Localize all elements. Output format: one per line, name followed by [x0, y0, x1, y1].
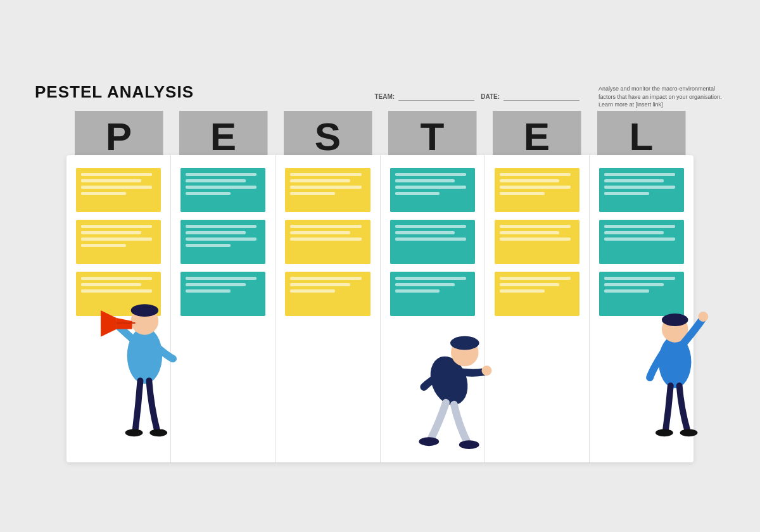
banner-letter-s: S [315, 117, 341, 156]
column-environmental [485, 155, 590, 462]
line [186, 179, 246, 182]
line [395, 173, 466, 176]
line [604, 173, 675, 176]
line [500, 173, 571, 176]
line [604, 238, 675, 241]
line [290, 231, 350, 234]
header: PESTEL ANALYSIS TEAM: DATE: Analyse and … [35, 82, 725, 109]
sticky-t-3[interactable] [390, 272, 475, 316]
column-technological [381, 155, 485, 462]
banners-row: P Political E Economic S So [66, 111, 694, 162]
line [81, 225, 152, 228]
line [500, 283, 560, 286]
line [290, 283, 350, 286]
line [604, 277, 675, 280]
line [186, 173, 256, 176]
line [500, 186, 571, 189]
line [395, 179, 455, 182]
banner-e2: E Environmental [484, 111, 589, 162]
column-legal [590, 155, 694, 462]
page-title: PESTEL ANALYSIS [35, 82, 194, 102]
line [395, 231, 455, 234]
line [500, 225, 571, 228]
sticky-e1-2[interactable] [180, 220, 265, 264]
sticky-t-2[interactable] [390, 220, 475, 264]
line [290, 225, 361, 228]
line [290, 173, 361, 176]
line [81, 238, 152, 241]
line [81, 231, 141, 234]
line [395, 186, 466, 189]
line [500, 277, 571, 280]
date-field-group: DATE: [481, 93, 580, 101]
board [66, 155, 694, 462]
banner-letter-l: L [630, 117, 654, 156]
team-label: TEAM: [375, 93, 395, 100]
line [81, 192, 126, 195]
line [604, 192, 649, 195]
line [395, 283, 455, 286]
date-label: DATE: [481, 93, 500, 100]
team-input[interactable] [398, 93, 474, 101]
banner-letter-t: T [421, 117, 445, 156]
line [81, 173, 152, 176]
line [81, 283, 141, 286]
line [395, 225, 466, 228]
line [186, 186, 256, 189]
svg-point-17 [698, 312, 708, 322]
line [81, 179, 141, 182]
line [186, 225, 256, 228]
line [81, 244, 126, 247]
header-fields: TEAM: DATE: Analyse and monitor the macr… [375, 85, 725, 109]
line [604, 179, 664, 182]
banner-e1: E Economic [171, 111, 276, 162]
line [186, 277, 256, 280]
sticky-e2-2[interactable] [495, 220, 580, 264]
line [395, 289, 440, 293]
sticky-e1-1[interactable] [180, 168, 265, 212]
line [604, 231, 664, 234]
line [604, 225, 675, 228]
sticky-s-2[interactable] [285, 220, 370, 264]
line [500, 192, 545, 195]
line [395, 277, 466, 280]
date-input[interactable] [504, 93, 580, 101]
line [186, 289, 231, 293]
line [290, 192, 335, 195]
sticky-l-2[interactable] [599, 220, 684, 264]
sticky-e2-1[interactable] [495, 168, 580, 212]
banner-s: S Social [276, 111, 380, 162]
sticky-t-1[interactable] [390, 168, 475, 212]
sticky-p-1[interactable] [76, 168, 161, 212]
column-social [276, 155, 380, 462]
line [186, 231, 246, 234]
header-description: Analyse and monitor the macro-environmen… [598, 85, 725, 109]
line [186, 244, 231, 247]
sticky-l-3[interactable] [599, 272, 684, 316]
line [604, 186, 675, 189]
line [290, 186, 361, 189]
sticky-s-1[interactable] [285, 168, 370, 212]
line [290, 277, 361, 280]
line [186, 192, 231, 195]
line [500, 238, 571, 241]
sticky-e2-3[interactable] [495, 272, 580, 316]
line [81, 186, 152, 189]
line [604, 283, 664, 286]
line [290, 238, 361, 241]
sticky-p-2[interactable] [76, 220, 161, 264]
main-content: P Political E Economic S So [35, 111, 725, 513]
line [290, 289, 335, 293]
sticky-s-3[interactable] [285, 272, 370, 316]
sticky-e1-3[interactable] [180, 272, 265, 316]
team-field-group: TEAM: [375, 93, 475, 101]
line [500, 289, 545, 293]
sticky-p-3[interactable] [76, 272, 161, 316]
line [81, 289, 152, 293]
line [500, 179, 560, 182]
column-economic [171, 155, 276, 462]
banner-p: P Political [66, 111, 171, 162]
sticky-l-1[interactable] [599, 168, 684, 212]
line [186, 238, 256, 241]
banner-t: T Technological [380, 111, 484, 162]
